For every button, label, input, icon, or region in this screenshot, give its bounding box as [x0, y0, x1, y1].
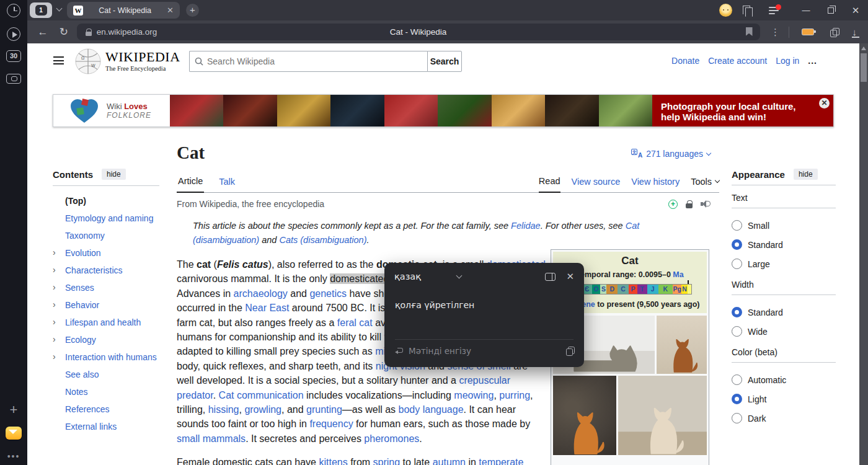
toc-item[interactable]: ›Ecology: [53, 331, 159, 348]
banner-close-icon[interactable]: ✕: [819, 98, 830, 108]
appearance-hide-button[interactable]: hide: [794, 169, 818, 180]
toc-item[interactable]: ›Evolution: [53, 244, 159, 262]
appearance-option-dark[interactable]: Dark: [732, 409, 836, 428]
language-dropdown-chevron[interactable]: [456, 273, 463, 279]
wiki-link[interactable]: small mammals: [177, 433, 246, 444]
popup-language-selector[interactable]: қазақ: [394, 272, 421, 281]
restore-button[interactable]: [818, 0, 843, 20]
copy-pages-icon[interactable]: [830, 28, 839, 37]
wiki-link[interactable]: body language: [399, 404, 464, 415]
wiki-link[interactable]: hissing: [208, 404, 239, 415]
radio-button[interactable]: [732, 220, 742, 231]
more-dots-icon[interactable]: •••: [7, 451, 20, 461]
view-read[interactable]: Read: [539, 176, 560, 193]
cat-photo-ruddy-cat-sitting[interactable]: [657, 316, 707, 374]
contents-hide-button[interactable]: hide: [102, 169, 126, 180]
appearance-option-light[interactable]: Light: [732, 389, 836, 409]
search-input[interactable]: [207, 56, 422, 66]
wiki-link[interactable]: feral cat: [337, 317, 373, 328]
wiki-link[interactable]: growling: [244, 404, 281, 415]
toc-item[interactable]: Taxonomy: [53, 227, 159, 244]
tab-group-chevron-icon[interactable]: [56, 6, 63, 12]
appearance-option-automatic[interactable]: Automatic: [732, 370, 836, 389]
cat-photo-cream-siamese-cat-sitting[interactable]: [618, 376, 707, 455]
reload-icon[interactable]: ↻: [53, 25, 74, 38]
add-panel-icon[interactable]: +: [10, 404, 18, 415]
wiki-link[interactable]: Cat communication: [219, 390, 304, 401]
toc-item[interactable]: (Top): [53, 192, 159, 210]
ma-link[interactable]: Ma: [673, 270, 683, 279]
wiki-link[interactable]: Felidae: [511, 221, 541, 231]
popup-text-input[interactable]: Мәтінді енгізу: [409, 346, 560, 356]
appearance-option-standard[interactable]: Standard: [732, 235, 836, 254]
radio-button[interactable]: [732, 259, 742, 269]
toc-expand-chevron-icon[interactable]: ›: [53, 299, 56, 309]
player-icon[interactable]: [7, 27, 20, 41]
wiki-link[interactable]: purring: [499, 390, 530, 401]
yandex-mail-icon[interactable]: [6, 427, 22, 440]
tools-menu[interactable]: Tools: [691, 177, 719, 192]
wiki-link[interactable]: Near East: [245, 303, 289, 313]
radio-button[interactable]: [732, 374, 742, 385]
coordinates-plus-icon[interactable]: +: [668, 200, 678, 209]
page-protection-lock-icon[interactable]: [686, 200, 693, 208]
search-button[interactable]: Search: [427, 51, 462, 72]
toc-item[interactable]: Notes: [53, 383, 159, 401]
view-history[interactable]: View history: [631, 177, 680, 192]
toc-expand-chevron-icon[interactable]: ›: [53, 317, 56, 327]
battery-saver-icon[interactable]: [802, 29, 814, 35]
wikipedia-globe-logo[interactable]: ΩW: [74, 47, 102, 78]
tab-group-chip[interactable]: 1: [30, 2, 52, 18]
wiki-link[interactable]: frequency: [309, 418, 353, 429]
bookmark-flag-icon[interactable]: [746, 27, 753, 36]
create-account-link[interactable]: Create account: [708, 56, 767, 66]
appearance-option-large[interactable]: Large: [732, 254, 836, 273]
wiki-link[interactable]: kittens: [319, 457, 347, 465]
side-panel-icon[interactable]: [545, 273, 556, 281]
wiki-link[interactable]: autumn: [433, 457, 466, 465]
radio-button[interactable]: [732, 307, 742, 317]
wiki-link[interactable]: pheromones: [364, 433, 419, 444]
menu-icon[interactable]: [769, 7, 779, 14]
kebab-menu-icon[interactable]: ⋮: [768, 27, 784, 38]
toc-item[interactable]: External links: [53, 418, 159, 435]
donate-link[interactable]: Donate: [671, 56, 699, 66]
toc-item[interactable]: Etymology and naming: [53, 210, 159, 227]
toc-item[interactable]: ›Interaction with humans: [53, 348, 159, 366]
wiki-link[interactable]: spring: [373, 457, 401, 465]
wikipedia-wordmark[interactable]: WIKIPEDIA The Free Encyclopedia: [105, 49, 180, 72]
address-bar[interactable]: en.wikipedia.org Cat - Wikipedia: [77, 24, 760, 40]
header-more-icon[interactable]: ...: [808, 56, 817, 66]
popup-close-icon[interactable]: ✕: [566, 272, 574, 281]
appearance-option-wide[interactable]: Wide: [732, 322, 836, 341]
toc-expand-chevron-icon[interactable]: ›: [53, 352, 56, 361]
listen-audio-icon[interactable]: [701, 200, 711, 208]
active-tab[interactable]: W Cat - Wikipedia ✕: [67, 2, 180, 19]
tab-talk[interactable]: Talk: [218, 177, 236, 192]
scroll-up-arrow[interactable]: [861, 46, 866, 50]
bookmarks-icon[interactable]: [743, 6, 751, 15]
wiki-link[interactable]: archaeology: [234, 288, 288, 299]
toc-item[interactable]: ›Senses: [53, 279, 159, 296]
search-box[interactable]: [189, 51, 427, 72]
avatar[interactable]: [719, 4, 732, 17]
wiki-link[interactable]: meowing: [454, 390, 494, 401]
toc-item[interactable]: References: [53, 401, 159, 418]
login-link[interactable]: Log in: [776, 56, 799, 66]
calendar-30-icon[interactable]: 30: [6, 50, 21, 62]
toc-expand-chevron-icon[interactable]: ›: [53, 334, 56, 344]
toc-item[interactable]: ›Behavior: [53, 296, 159, 314]
screenshot-icon[interactable]: [6, 74, 21, 84]
hamburger-icon[interactable]: [53, 56, 64, 64]
toc-item[interactable]: ›Lifespan and health: [53, 314, 159, 331]
history-clock-icon[interactable]: [7, 4, 20, 17]
scrollbar-thumb[interactable]: [861, 53, 867, 82]
close-button[interactable]: ✕: [843, 0, 868, 20]
page-scrollbar[interactable]: [859, 43, 868, 465]
minimize-button[interactable]: —: [794, 0, 818, 20]
back-icon[interactable]: ←: [32, 26, 53, 38]
radio-button[interactable]: [732, 394, 742, 404]
toc-item[interactable]: See also: [53, 366, 159, 383]
wiki-link[interactable]: genetics: [309, 288, 347, 299]
appearance-option-small[interactable]: Small: [732, 216, 836, 235]
